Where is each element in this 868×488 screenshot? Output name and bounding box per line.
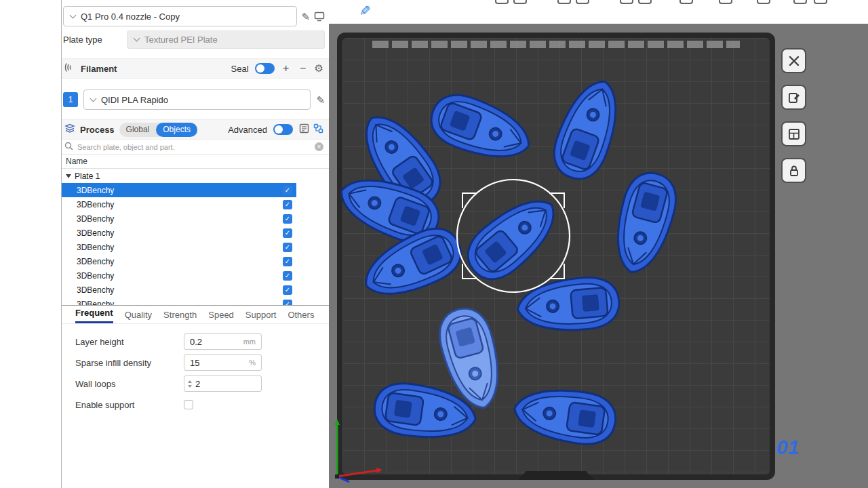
sparse-infill-input[interactable] xyxy=(190,358,249,368)
device-screen-icon[interactable] xyxy=(314,12,325,22)
sparse-infill-row: Sparse infill density % xyxy=(75,354,329,371)
benchy-object[interactable] xyxy=(425,87,538,170)
chevron-down-icon xyxy=(90,95,97,102)
plate-tree-node[interactable]: Plate 1 xyxy=(62,169,329,183)
pencil-edit-icon[interactable]: ✎ xyxy=(359,3,371,19)
advanced-toggle[interactable] xyxy=(273,124,293,135)
filament-slot-badge[interactable]: 1 xyxy=(63,92,78,107)
print-checkbox[interactable] xyxy=(283,271,292,281)
close-button[interactable] xyxy=(781,48,806,73)
wall-loops-row: Wall loops xyxy=(75,375,329,392)
viewport-side-toolbar xyxy=(781,48,806,183)
tab-quality[interactable]: Quality xyxy=(125,310,152,323)
parameter-table-icon[interactable] xyxy=(299,123,309,136)
object-label: 3DBenchy xyxy=(77,200,114,209)
auto-orient-button[interactable] xyxy=(781,85,806,110)
search-bar: × xyxy=(62,140,329,155)
scope-toggle: Global Objects xyxy=(119,123,197,137)
wall-loops-field xyxy=(184,375,262,392)
print-checkbox[interactable] xyxy=(283,300,292,306)
object-row[interactable]: 3DBenchy xyxy=(62,240,329,254)
caret-down-icon xyxy=(66,174,71,181)
axes-gizmo xyxy=(334,419,382,482)
sparse-infill-field: % xyxy=(184,354,262,371)
object-row-extra xyxy=(296,283,329,297)
wall-loops-input[interactable] xyxy=(195,379,261,389)
chevron-down-icon xyxy=(134,35,140,42)
edit-printer-icon[interactable]: ✎ xyxy=(301,12,310,22)
object-label: 3DBenchy xyxy=(77,271,114,281)
tab-speed[interactable]: Speed xyxy=(208,310,234,323)
filament-section-header: Filament Seal + − ⚙ xyxy=(62,58,329,79)
object-row[interactable]: 3DBenchy xyxy=(62,183,329,197)
object-row[interactable]: 3DBenchy xyxy=(62,297,329,305)
tab-frequent[interactable]: Frequent xyxy=(75,308,113,323)
object-row[interactable]: 3DBenchy xyxy=(62,197,329,211)
seal-toggle[interactable] xyxy=(255,63,275,74)
object-row-extra xyxy=(296,226,329,240)
process-title: Process xyxy=(80,125,115,135)
object-settings-icon[interactable] xyxy=(313,123,323,136)
benchy-object[interactable] xyxy=(511,383,618,448)
slicer-window: Q1 Pro 0.4 nozzle - Copy ✎ Plate type Te… xyxy=(0,0,868,488)
plate-number-label[interactable]: 01 xyxy=(776,436,799,459)
filament-select[interactable]: QIDI PLA Rapido xyxy=(83,89,311,110)
layer-height-field: mm xyxy=(184,333,262,350)
object-row-extra xyxy=(296,211,329,226)
print-checkbox[interactable] xyxy=(283,214,292,224)
print-checkbox[interactable] xyxy=(283,200,292,209)
tab-strength[interactable]: Strength xyxy=(163,310,197,323)
object-label: 3DBenchy xyxy=(77,228,114,238)
filament-row: 1 QIDI PLA Rapido ✎ xyxy=(62,89,329,110)
layout-button[interactable] xyxy=(781,121,806,146)
object-label: 3DBenchy xyxy=(77,285,114,295)
tab-support[interactable]: Support xyxy=(245,310,277,323)
object-row[interactable]: 3DBenchy xyxy=(62,254,329,268)
printer-select[interactable]: Q1 Pro 0.4 nozzle - Copy xyxy=(63,6,297,26)
object-tree: Plate 1 3DBenchy 3DBenchy 3DBenchy xyxy=(62,169,329,305)
lock-icon xyxy=(787,164,801,178)
benchy-object[interactable] xyxy=(546,73,629,186)
prepare-sidebar: Q1 Pro 0.4 nozzle - Copy ✎ Plate type Te… xyxy=(0,0,329,488)
benchy-object[interactable] xyxy=(515,275,621,336)
object-row[interactable]: 3DBenchy xyxy=(62,268,329,283)
scope-objects-button[interactable]: Objects xyxy=(156,123,197,137)
add-filament-button[interactable]: + xyxy=(281,62,292,75)
filament-title: Filament xyxy=(81,64,117,74)
print-checkbox[interactable] xyxy=(283,285,292,295)
enable-support-checkbox[interactable] xyxy=(184,400,193,409)
parameter-panel: Layer height mm Sparse infill density % … xyxy=(62,324,329,413)
print-checkbox[interactable] xyxy=(283,228,292,238)
clear-search-icon[interactable]: × xyxy=(315,142,323,151)
stepper-arrows-icon[interactable] xyxy=(188,380,192,388)
object-row[interactable]: 3DBenchy xyxy=(62,211,329,226)
plate-type-select[interactable]: Textured PEI Plate xyxy=(127,30,325,49)
lock-button[interactable] xyxy=(781,158,806,183)
print-checkbox[interactable] xyxy=(283,257,292,266)
printer-select-value: Q1 Pro 0.4 nozzle - Copy xyxy=(81,12,180,22)
remove-filament-button[interactable]: − xyxy=(298,62,309,75)
benchy-object-selected[interactable] xyxy=(457,185,568,290)
object-row-extra xyxy=(296,183,329,197)
layout-icon xyxy=(787,127,801,141)
scope-global-button[interactable]: Global xyxy=(119,123,157,137)
print-checkbox[interactable] xyxy=(283,243,292,252)
filament-settings-gear-icon[interactable]: ⚙ xyxy=(315,62,323,75)
search-input[interactable] xyxy=(77,143,311,151)
advanced-label: Advanced xyxy=(228,125,267,135)
object-label: 3DBenchy xyxy=(77,257,114,266)
viewport-3d[interactable]: ✎ xyxy=(329,0,868,488)
layer-height-unit: mm xyxy=(243,338,256,346)
object-label: 3DBenchy xyxy=(77,214,114,224)
object-row[interactable]: 3DBenchy xyxy=(62,283,329,297)
print-checkbox[interactable] xyxy=(283,186,292,195)
tab-others[interactable]: Others xyxy=(288,310,314,323)
layer-height-input[interactable] xyxy=(190,337,243,347)
plate-type-row: Plate type Textured PEI Plate xyxy=(62,30,329,49)
edit-filament-icon[interactable]: ✎ xyxy=(316,95,325,105)
plate-type-label: Plate type xyxy=(63,35,120,45)
scene-3d[interactable]: 01 xyxy=(329,24,868,488)
search-icon xyxy=(64,141,73,153)
object-row[interactable]: 3DBenchy xyxy=(62,226,329,240)
benchy-object[interactable] xyxy=(606,167,682,279)
